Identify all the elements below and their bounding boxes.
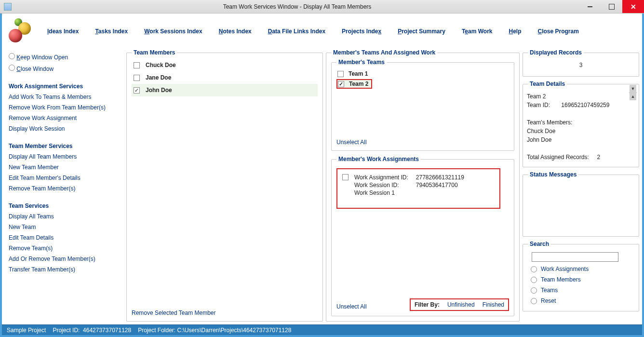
radio-icon [9,53,15,59]
nav-was-link[interactable]: Add Work To Teams & Members [9,92,121,102]
menu-item[interactable]: Project Summary [398,28,445,35]
wa-id-value: 277826661321119 [416,174,464,181]
member-team-name: Team 2 [349,81,368,87]
nav-tms-link[interactable]: Edit Team Member's Details [9,173,121,183]
nav-was-link[interactable]: Display Work Session [9,123,121,134]
section-team-member-services: Team Member Services [9,141,121,151]
filter-label: Filter By: [415,301,440,308]
members-teams-panel: Member's Teams Team 1Team 2 Unselect All [331,59,514,151]
status-messages-panel: Status Messages [523,171,639,237]
team-name: Team 2 [527,92,628,101]
radio-icon [9,65,15,71]
filter-finished-link[interactable]: Finished [483,301,504,308]
checkbox-icon[interactable] [337,71,344,77]
team-details-legend: Team Details [528,81,567,87]
menu-item[interactable]: Data File Links Index [268,28,325,35]
window-title: Team Work Services Window - Display All … [15,3,579,10]
ws-id-label: Work Session ID: [354,182,408,189]
menu-item[interactable]: Ideas Index [47,28,79,35]
scroll-down-icon[interactable]: ▼ [630,85,636,93]
nav-tms-link[interactable]: New Team Member [9,162,121,173]
menu-item[interactable]: Help [509,28,521,35]
nav-ts-link[interactable]: Remove Team(s) [9,243,121,254]
radio-icon [531,298,537,304]
search-legend: Search [528,241,551,247]
app-logo-icon [6,18,32,44]
team-member-row[interactable]: Jane Doe [132,71,318,84]
menu-item[interactable]: Projects Index [342,28,381,35]
team-member-name: Jane Doe [146,74,171,81]
status-messages-legend: Status Messages [528,171,578,178]
checkbox-icon[interactable] [134,62,140,68]
section-team-services: Team Services [9,201,121,211]
menu-item[interactable]: Team Work [462,28,493,35]
menu-item[interactable]: Work Sessions Index [144,28,202,35]
radio-keep-window-open[interactable]: Keep Window Open [9,51,121,63]
team-member-row[interactable]: John Doe [132,84,318,96]
menu-item[interactable]: Close Program [538,28,579,35]
menubar: Ideas IndexTasks IndexWork Sessions Inde… [2,13,642,49]
nav-tms-link[interactable]: Remove Team Member(s) [9,183,121,194]
unselect-all-assignments-link[interactable]: Unselect All [336,299,367,310]
search-option[interactable]: Team Members [528,274,634,285]
team-members-panel: Team Members Chuck DoeJane DoeJohn Doe R… [126,49,323,322]
nav-tms-link[interactable]: Display All Team Members [9,151,121,162]
nav-ts-link[interactable]: New Team [9,222,121,232]
member-team-row[interactable]: Team 2 [336,79,372,89]
menu-item[interactable]: Notes Index [219,28,252,35]
search-option-label: Teams [541,287,558,294]
team-details-panel: Team Details Team 2 Team ID: 16965210745… [523,81,639,167]
team-members-legend: Team Members [132,49,177,56]
titlebar: Team Work Services Window - Display All … [0,0,644,13]
radio-close-window[interactable]: Close Window [9,63,121,74]
status-pid-label: Project ID: [53,327,80,334]
scroll-up-icon[interactable]: ▲ [630,93,636,100]
nav-ts-link[interactable]: Add Or Remove Team Member(s) [9,254,121,264]
team-member-row[interactable]: Chuck Doe [132,59,318,71]
search-panel: Search Work AssignmentsTeam MembersTeams… [523,241,639,311]
filter-unfinished-link[interactable]: Unfinished [447,301,475,308]
checkbox-icon[interactable] [338,81,344,87]
team-member-name: Chuck Doe [146,62,176,68]
scrollbar[interactable]: ▲ ▼ [629,92,637,93]
unselect-all-teams-link[interactable]: Unselect All [336,135,509,146]
team-detail-member: Chuck Doe [527,127,628,135]
section-work-assignment-services: Work Assignment Services [9,81,121,92]
search-option[interactable]: Reset [528,296,634,306]
team-id-label: Team ID: [527,102,550,108]
members-teams-and-work-panel: Member's Teams And Assigned Work Member'… [326,49,520,322]
work-assignment-item[interactable]: Work Assignment ID: 277826661321119 Work… [336,168,500,209]
total-assigned-label: Total Assigned Records: [527,154,589,161]
total-assigned-value: 2 [597,154,600,161]
close-button[interactable] [622,0,644,13]
work-assignment-checkbox[interactable] [342,174,349,180]
member-team-name: Team 1 [349,70,368,77]
maximize-button[interactable] [601,0,622,13]
minimize-button[interactable] [579,0,601,13]
nav-was-link[interactable]: Remove Work Assignment [9,113,121,123]
checkbox-icon[interactable] [134,75,140,81]
nav-ts-link[interactable]: Display All Teams [9,211,121,222]
search-option[interactable]: Teams [528,285,634,296]
search-option[interactable]: Work Assignments [528,264,634,274]
member-team-row[interactable]: Team 1 [336,68,509,79]
displayed-records-panel: Displayed Records 3 [523,49,639,77]
nav-was-link[interactable]: Remove Work From Team Member(s) [9,102,121,113]
menu-item[interactable]: Tasks Index [95,28,128,35]
members-teams-and-work-legend: Member's Teams And Assigned Work [331,49,437,56]
nav-ts-link[interactable]: Edit Team Details [9,232,121,243]
search-option-label: Team Members [541,276,581,283]
search-option-label: Work Assignments [541,266,589,272]
members-teams-legend: Member's Teams [336,59,387,66]
search-input[interactable] [532,252,618,262]
ws-id-value: 7940536417700 [416,182,464,189]
checkbox-icon[interactable] [134,87,140,94]
statusbar: Sample Project Project ID: 4642737370711… [2,324,642,335]
displayed-records-legend: Displayed Records [528,49,584,56]
ws-name: Work Session 1 [354,189,408,196]
nav-ts-link[interactable]: Transfer Team Member(s) [9,264,121,275]
team-members-label: Team's Members: [527,118,628,127]
remove-selected-team-member-link[interactable]: Remove Selected Team Member [132,306,318,316]
java-app-icon [4,3,12,11]
team-detail-member: John Doe [527,135,628,144]
